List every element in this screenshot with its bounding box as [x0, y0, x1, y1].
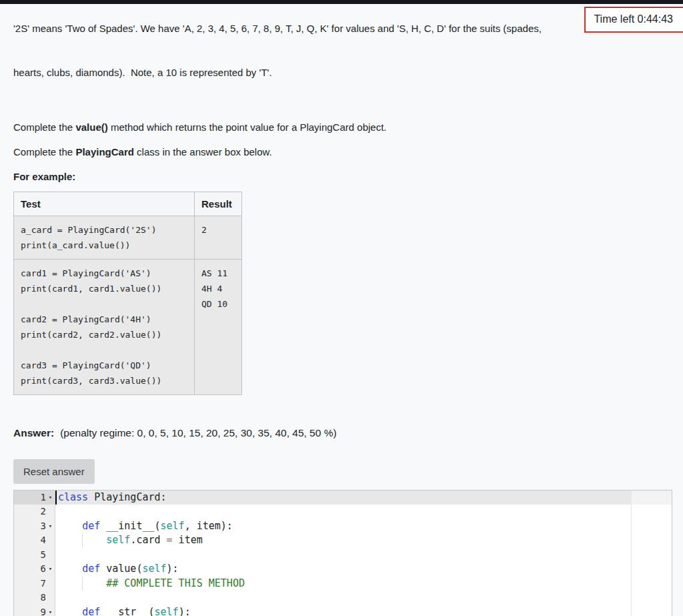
instruction-text: Complete the — [13, 146, 75, 158]
intro-line: hearts, clubs, diamonds). Note, a 10 is … — [13, 65, 670, 80]
for-example-label: For example: — [13, 170, 683, 184]
answer-label: Answer: — [13, 427, 54, 438]
table-header-row: Test Result — [14, 192, 242, 216]
code-line[interactable] — [55, 505, 672, 519]
code-editor[interactable]: 1▾23▾456▾789▾10 class PlayingCard: def _… — [13, 490, 672, 616]
code-line[interactable] — [55, 591, 672, 605]
column-header-result: Result — [195, 192, 242, 216]
fold-arrow-icon[interactable]: ▾ — [46, 519, 55, 534]
penalty-regime-text: (penalty regime: 0, 0, 5, 10, 15, 20, 25… — [60, 427, 336, 438]
fold-arrow-icon[interactable]: ▾ — [46, 491, 55, 505]
gutter-line-number[interactable]: 3▾ — [14, 519, 55, 534]
table-row: card1 = PlayingCard('AS') print(card1, c… — [14, 260, 242, 395]
gutter-line-number: 7 — [14, 577, 55, 591]
gutter-line-number: 2 — [14, 505, 55, 519]
reset-answer-button[interactable]: Reset answer — [13, 459, 95, 484]
gutter-line-number[interactable]: 1▾ — [14, 491, 55, 505]
gutter-line-number: 4 — [14, 533, 55, 548]
code-line[interactable]: self.card = item — [55, 533, 672, 548]
code-line[interactable] — [55, 548, 672, 563]
code-line[interactable]: def value(self): — [55, 562, 672, 577]
instruction-bold-class: PlayingCard — [75, 146, 134, 158]
instruction-complete-value: Complete the value() method which return… — [13, 120, 683, 134]
table-row: a_card = PlayingCard('2S') print(a_card.… — [14, 216, 242, 260]
result-cell: 2 — [195, 216, 242, 260]
editor-gutter: 1▾23▾456▾789▾10 — [14, 491, 55, 616]
indent-guide — [82, 533, 83, 548]
code-line[interactable]: ## COMPLETE THIS METHOD — [55, 577, 672, 591]
intro-line-clipped: '2S' means 'Two of Spades'. We have 'A, … — [13, 21, 670, 36]
gutter-line-number[interactable]: 6▾ — [14, 562, 55, 577]
question-intro-text: '2S' means 'Two of Spades'. We have 'A, … — [13, 0, 670, 109]
code-line[interactable]: def __str__(self): — [55, 605, 672, 616]
test-code-cell: card1 = PlayingCard('AS') print(card1, c… — [14, 260, 195, 395]
column-header-test: Test — [14, 192, 195, 216]
fold-arrow-icon[interactable]: ▾ — [46, 605, 55, 616]
instruction-bold-value: value() — [75, 121, 107, 133]
indent-guide — [82, 577, 83, 591]
gutter-line-number: 5 — [14, 548, 55, 563]
coderunner-question-page: '2S' means 'Two of Spades'. We have 'A, … — [0, 0, 683, 616]
editor-code-area[interactable]: class PlayingCard: def __init__(self, it… — [55, 491, 672, 616]
answer-section-line: Answer:(penalty regime: 0, 0, 5, 10, 15,… — [13, 427, 683, 439]
example-table: Test Result a_card = PlayingCard('2S') p… — [13, 192, 242, 395]
result-cell: AS 11 4H 4 QD 10 — [195, 260, 242, 395]
gutter-line-number[interactable]: 9▾ — [14, 605, 55, 616]
countdown-timer: Time left 0:44:43 — [584, 7, 683, 33]
instruction-text: class in the answer box below. — [134, 146, 272, 158]
code-line[interactable]: class PlayingCard: — [55, 491, 672, 505]
instruction-text: Complete the — [13, 121, 75, 133]
fold-arrow-icon[interactable]: ▾ — [46, 562, 55, 577]
question-content: '2S' means 'Two of Spades'. We have 'A, … — [0, 0, 683, 616]
top-edge-bar — [0, 0, 683, 4]
test-code-cell: a_card = PlayingCard('2S') print(a_card.… — [14, 216, 195, 260]
text-cursor — [55, 491, 57, 505]
gutter-line-number: 8 — [14, 591, 55, 605]
instruction-text: method which returns the point value for… — [108, 121, 387, 133]
timer-text: Time left 0:44:43 — [594, 13, 673, 25]
code-line[interactable]: def __init__(self, item): — [55, 519, 672, 534]
instruction-complete-class: Complete the PlayingCard class in the an… — [13, 145, 683, 159]
